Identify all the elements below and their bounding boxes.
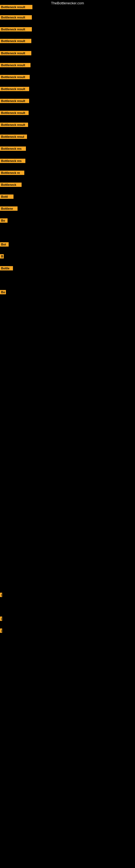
bottleneck-result-label: Bottleneck: [0, 183, 21, 187]
bottleneck-result-label: Bottleneck result: [0, 75, 30, 79]
bottleneck-result-label: Bottleneck result: [0, 15, 32, 20]
bottleneck-result-label: |: [0, 593, 2, 597]
bottleneck-result-label: Bottleneck result: [0, 87, 29, 91]
bottleneck-result-label: Bottleneck result: [0, 63, 31, 67]
bottleneck-result-label: Bottle: [0, 266, 13, 271]
bottleneck-result-label: Bottleneck result: [0, 51, 31, 55]
bottleneck-result-label: B: [0, 254, 4, 258]
bottleneck-result-label: Bo: [0, 218, 8, 223]
bottleneck-result-label: Bottleneck result: [0, 39, 31, 43]
bottleneck-result-label: Bottleneck res: [0, 159, 26, 163]
bottleneck-result-label: |: [0, 628, 2, 633]
bottleneck-result-label: Bot: [0, 242, 9, 247]
bottleneck-result-label: Bottleneck result: [0, 5, 32, 9]
bottleneck-result-label: Bo: [0, 290, 6, 294]
bottleneck-result-label: Bottleneck result: [0, 123, 28, 127]
bottleneck-result-label: Bottleneck res: [0, 147, 26, 151]
bottleneck-result-label: Bottleneck result: [0, 99, 29, 103]
bottleneck-result-label: Bottlene: [0, 207, 17, 211]
bottleneck-result-label: Bottleneck result: [0, 111, 29, 115]
bottleneck-result-label: Bottleneck re: [0, 170, 24, 175]
bottleneck-result-label: |: [0, 617, 2, 621]
bottleneck-result-label: Bottleneck result: [0, 27, 32, 31]
bottleneck-result-label: Bottl: [0, 194, 13, 199]
bottleneck-result-label: Bottleneck resul: [0, 134, 27, 139]
